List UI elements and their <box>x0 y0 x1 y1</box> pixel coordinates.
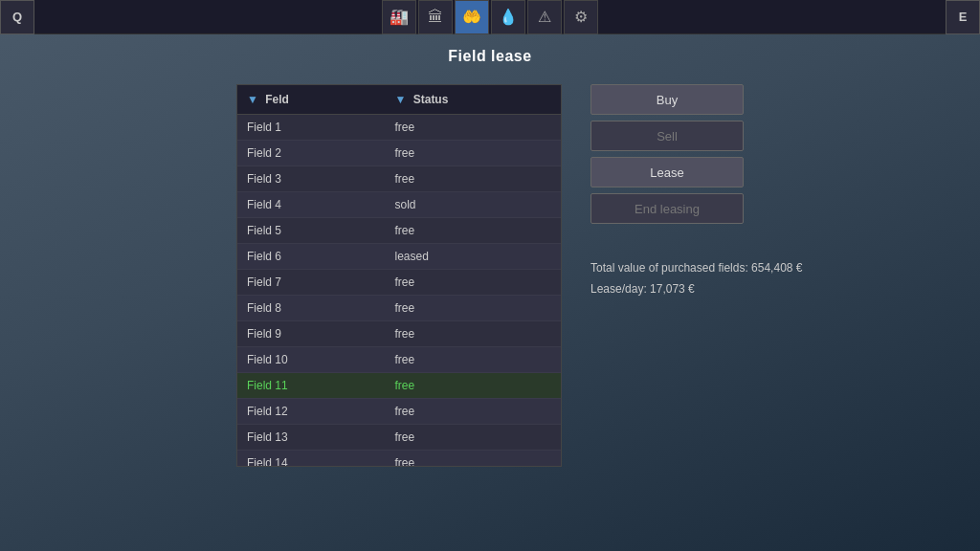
status-cell: free <box>385 115 561 141</box>
table-row[interactable]: Field 14free <box>237 451 561 468</box>
status-cell: free <box>385 451 561 468</box>
field-table: ▼ Feld ▼ Status Field 1freeField 2freeFi… <box>237 85 561 467</box>
field-cell: Field 11 <box>237 373 385 399</box>
status-cell: free <box>385 166 561 192</box>
status-cell: free <box>385 425 561 451</box>
top-nav: Q 🏭 🏛 🤲 💧 ⚠ ⚙ E <box>0 0 980 34</box>
field-cell: Field 9 <box>237 321 385 347</box>
field-cell: Field 14 <box>237 451 385 468</box>
sort-arrow-status: ▼ <box>394 93 406 106</box>
col-status-header[interactable]: ▼ Status <box>385 85 561 115</box>
table-row[interactable]: Field 11free <box>237 373 561 399</box>
field-cell: Field 3 <box>237 166 385 192</box>
table-row[interactable]: Field 4sold <box>237 192 561 218</box>
lease-button[interactable]: Lease <box>590 157 744 187</box>
factory-icon[interactable]: 🏭 <box>382 0 416 34</box>
lease-per-day-label: Lease/day: 17,073 € <box>590 279 744 300</box>
water-icon[interactable]: 💧 <box>491 0 525 34</box>
sort-arrow-field: ▼ <box>247 93 258 106</box>
table-row[interactable]: Field 7free <box>237 270 561 296</box>
status-cell: free <box>385 296 561 321</box>
table-row[interactable]: Field 9free <box>237 321 561 347</box>
table-header-row: ▼ Feld ▼ Status <box>237 85 561 115</box>
field-cell: Field 2 <box>237 141 385 166</box>
nav-icons: 🏭 🏛 🤲 💧 ⚠ ⚙ <box>382 0 598 34</box>
status-cell: sold <box>385 192 561 218</box>
q-button[interactable]: Q <box>0 0 34 34</box>
status-cell: free <box>385 399 561 425</box>
status-cell: free <box>385 218 561 244</box>
right-panel: Buy Sell Lease End leasing Total value o… <box>590 84 744 299</box>
field-cell: Field 7 <box>237 270 385 296</box>
col-field-header[interactable]: ▼ Feld <box>237 85 385 115</box>
field-cell: Field 6 <box>237 244 385 270</box>
page-title: Field lease <box>448 48 531 65</box>
status-cell: leased <box>385 244 561 270</box>
table-row[interactable]: Field 12free <box>237 399 561 425</box>
hands-icon[interactable]: 🤲 <box>455 0 489 34</box>
table-row[interactable]: Field 1free <box>237 115 561 141</box>
field-cell: Field 4 <box>237 192 385 218</box>
table-row[interactable]: Field 5free <box>237 218 561 244</box>
building-icon[interactable]: 🏛 <box>418 0 453 34</box>
field-cell: Field 1 <box>237 115 385 141</box>
status-cell: free <box>385 270 561 296</box>
warning-icon[interactable]: ⚠ <box>527 0 562 34</box>
field-cell: Field 13 <box>237 425 385 451</box>
field-cell: Field 5 <box>237 218 385 244</box>
field-table-container[interactable]: ▼ Feld ▼ Status Field 1freeField 2freeFi… <box>236 84 562 467</box>
table-row[interactable]: Field 6leased <box>237 244 561 270</box>
table-row[interactable]: Field 8free <box>237 296 561 321</box>
content-area: ▼ Feld ▼ Status Field 1freeField 2freeFi… <box>236 84 744 467</box>
info-section: Total value of purchased fields: 654,408… <box>590 258 744 299</box>
status-cell: free <box>385 347 561 373</box>
table-row[interactable]: Field 10free <box>237 347 561 373</box>
e-button[interactable]: E <box>946 0 980 34</box>
total-value-label: Total value of purchased fields: 654,408… <box>590 258 744 279</box>
table-row[interactable]: Field 2free <box>237 141 561 166</box>
status-cell: free <box>385 141 561 166</box>
field-cell: Field 8 <box>237 296 385 321</box>
status-cell: free <box>385 321 561 347</box>
buy-button[interactable]: Buy <box>590 84 744 115</box>
end-leasing-button[interactable]: End leasing <box>590 193 744 224</box>
main-content: Field lease ▼ Feld ▼ Status <box>0 34 980 551</box>
table-row[interactable]: Field 3free <box>237 166 561 192</box>
table-body: Field 1freeField 2freeField 3freeField 4… <box>237 115 561 468</box>
sell-button[interactable]: Sell <box>590 121 744 151</box>
status-cell: free <box>385 373 561 399</box>
table-row[interactable]: Field 13free <box>237 425 561 451</box>
field-cell: Field 10 <box>237 347 385 373</box>
field-cell: Field 12 <box>237 399 385 425</box>
settings-icon[interactable]: ⚙ <box>564 0 598 34</box>
